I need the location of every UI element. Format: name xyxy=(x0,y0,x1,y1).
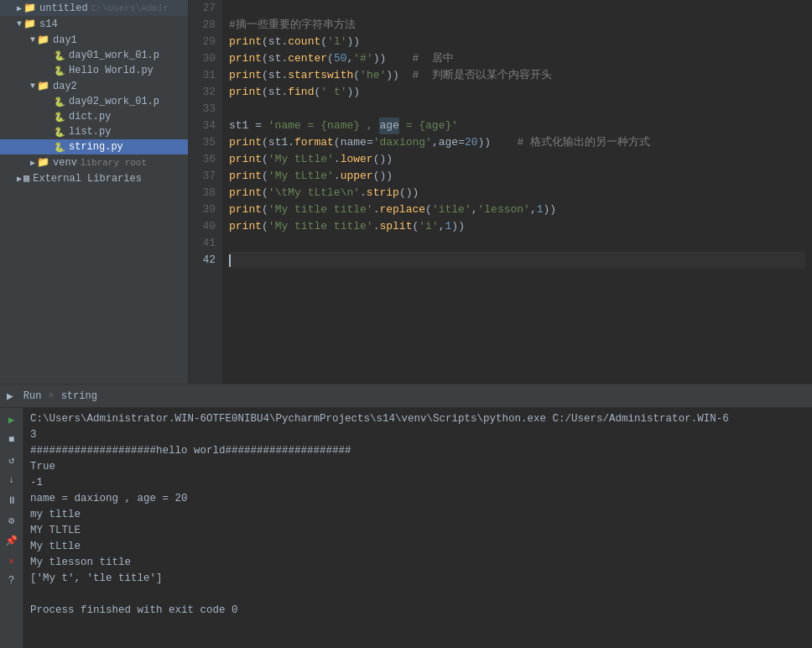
token: . xyxy=(281,50,288,67)
code-line-42[interactable] xyxy=(229,252,805,269)
code-line-37: print('My tLtle'.upper()) xyxy=(229,168,805,185)
token: startswith xyxy=(288,67,353,84)
editor: 27 28 29 30 31 32 33 34 35 36 37 38 39 4… xyxy=(189,0,812,384)
token: . xyxy=(281,67,288,84)
token: # 居中 xyxy=(413,50,454,67)
editor-content[interactable]: 27 28 29 30 31 32 33 34 35 36 37 38 39 4… xyxy=(189,0,812,384)
line-numbers: 27 28 29 30 31 32 33 34 35 36 37 38 39 4… xyxy=(189,0,222,384)
run-settings-button[interactable]: ⚙ xyxy=(3,512,20,529)
code-line-31: print(st.startswith('he')) # 判断是否以某个内容开头 xyxy=(229,67,805,84)
sidebar-label-external: External Libraries xyxy=(33,173,142,185)
token: print xyxy=(229,168,262,185)
token: split xyxy=(379,218,412,235)
token: 'daxiong' xyxy=(373,134,432,151)
run-stop-button[interactable]: ■ xyxy=(3,431,20,448)
token: 'lesson' xyxy=(478,201,530,218)
sidebar-label-string: string.py xyxy=(69,141,123,153)
code-line-29: print(st.count('l')) xyxy=(229,34,805,50)
token: replace xyxy=(379,201,425,218)
python-file-icon-d2: 🐍 xyxy=(54,97,65,107)
ln-29: 29 xyxy=(195,34,216,50)
token: 1 xyxy=(445,218,452,235)
output-split: ['My t', 'tle title'] xyxy=(30,571,805,587)
python-file-icon-list: 🐍 xyxy=(54,127,65,138)
sidebar-item-string[interactable]: 🐍 string.py xyxy=(0,139,188,154)
token: ( xyxy=(262,201,268,218)
sidebar-label-list: list.py xyxy=(69,126,111,138)
code-line-36: print('My tLtle'.lower()) xyxy=(229,151,805,168)
token: . xyxy=(373,201,380,218)
run-close-button[interactable]: ✕ xyxy=(3,552,20,569)
token: . xyxy=(373,218,380,235)
token: # 判断是否以某个内容开头 xyxy=(413,67,552,84)
run-rerun-button[interactable]: ↺ xyxy=(3,452,20,468)
sidebar-label-dict: dict.py xyxy=(69,111,111,123)
sidebar-item-day1[interactable]: ▼ 📁 day1 xyxy=(0,32,188,48)
tab-run[interactable]: Run xyxy=(23,390,42,402)
sidebar-item-day2[interactable]: ▼ 📁 day2 xyxy=(0,78,188,94)
token xyxy=(386,50,412,67)
token: # 格式化输出的另一种方式 xyxy=(517,134,650,151)
run-help-button[interactable]: ? xyxy=(3,572,20,589)
token: ( xyxy=(334,134,341,151)
token: ()) xyxy=(399,185,419,201)
code-line-34: st1 = 'name = {name} , age = {age}' xyxy=(229,118,805,134)
token: ( xyxy=(262,67,268,84)
sidebar-item-day02-work[interactable]: 🐍 day02_work_01.p xyxy=(0,94,188,109)
token xyxy=(491,134,517,151)
output-3: 3 xyxy=(30,427,805,443)
token: 'My tLtle' xyxy=(268,151,334,168)
output-blank xyxy=(30,587,805,603)
ln-31: 31 xyxy=(195,67,216,84)
token: print xyxy=(229,67,262,84)
sidebar-item-venv[interactable]: ▶ 📁 venv library root xyxy=(0,154,188,170)
code-line-39: print('My title title'.replace('itle','l… xyxy=(229,201,805,218)
output-my-tlesson: My tlesson title xyxy=(30,555,805,571)
sidebar: ▶ 📁 untitled C:\Users\Admir ▼ 📁 s14 ▼ 📁 … xyxy=(0,0,189,384)
run-scroll-down-button[interactable]: ↓ xyxy=(3,472,20,489)
tab-file[interactable]: string xyxy=(61,390,97,402)
arrow-icon-s14: ▼ xyxy=(17,19,22,29)
token: ( xyxy=(353,67,360,84)
token: )) xyxy=(373,50,387,67)
code-line-27 xyxy=(229,0,805,17)
sidebar-item-dict[interactable]: 🐍 dict.py xyxy=(0,109,188,124)
sidebar-item-s14[interactable]: ▼ 📁 s14 xyxy=(0,16,188,32)
token: , xyxy=(346,50,353,67)
token: ( xyxy=(327,50,334,67)
token: . xyxy=(288,134,294,151)
bar-chart-icon: ▦ xyxy=(23,172,29,185)
sidebar-item-hello-world[interactable]: 🐍 Hello World.py xyxy=(0,63,188,78)
token: . xyxy=(281,34,288,50)
sidebar-item-list[interactable]: 🐍 list.py xyxy=(0,124,188,139)
token: count xyxy=(288,34,320,50)
run-play-button[interactable]: ▶ xyxy=(3,411,20,428)
token: = xyxy=(458,134,465,151)
token: ( xyxy=(262,151,268,168)
token: 50 xyxy=(334,50,347,67)
folder-icon-venv: 📁 xyxy=(37,156,49,169)
code-area[interactable]: #摘一些重要的字符串方法 print(st.count('l')) print(… xyxy=(222,0,812,384)
run-pin-button[interactable]: 📌 xyxy=(3,532,20,549)
token: age xyxy=(439,134,458,151)
ln-34: 34 xyxy=(195,118,216,134)
token: ( xyxy=(262,218,268,235)
token: 'he' xyxy=(360,67,386,84)
sidebar-item-untitled[interactable]: ▶ 📁 untitled C:\Users\Admir xyxy=(0,0,188,16)
sidebar-item-day01-work[interactable]: 🐍 day01_work_01.p xyxy=(0,48,188,63)
ln-32: 32 xyxy=(195,84,216,101)
token: ( xyxy=(412,218,419,235)
token: center xyxy=(288,50,327,67)
sidebar-item-external[interactable]: ▶ ▦ External Libraries xyxy=(0,170,188,186)
sidebar-label-day01-work: day01_work_01.p xyxy=(69,50,159,61)
output-hash: ####################hello world#########… xyxy=(30,443,805,459)
token: '\tMy tLtle\n' xyxy=(268,185,360,201)
token: )) xyxy=(346,34,360,50)
run-pause-button[interactable]: ⏸ xyxy=(3,492,20,509)
sidebar-label-hello-world: Hello World.py xyxy=(69,65,154,76)
token: = {age}' xyxy=(399,118,458,134)
token: )) xyxy=(386,67,399,84)
token: , xyxy=(471,201,478,218)
cursor xyxy=(229,254,231,267)
python-file-icon-dict: 🐍 xyxy=(54,112,65,123)
